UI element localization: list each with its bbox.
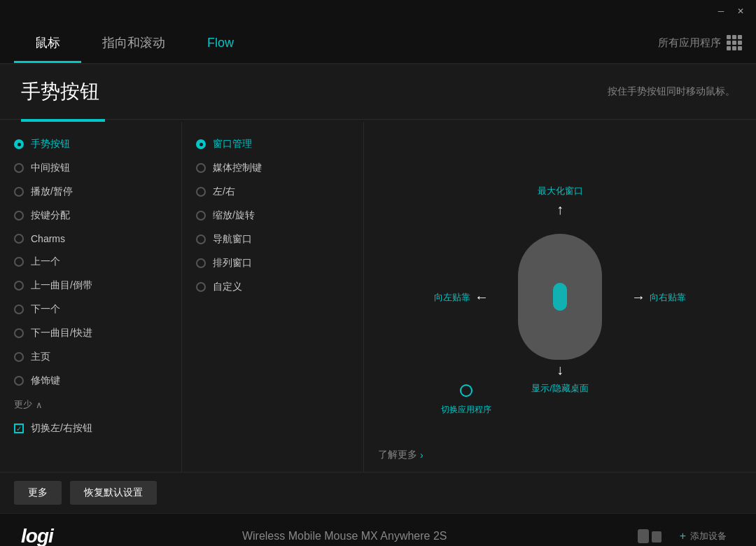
radio-next-track — [14, 328, 24, 338]
radio-gesture-btn — [14, 139, 24, 149]
switch-app-circle — [460, 384, 472, 397]
label-snap-right: → 向右贴靠 — [631, 289, 686, 305]
plus-icon: + — [680, 530, 686, 542]
radio-prev-track — [14, 281, 24, 290]
list-item-gesture-btn[interactable]: 手势按钮 — [0, 132, 181, 156]
radio-next — [14, 304, 24, 314]
arrow-left-icon: ← — [475, 289, 489, 305]
section-header: 手势按钮 按住手势按钮同时移动鼠标。 — [0, 64, 756, 120]
list-item-window-mgmt[interactable]: 窗口管理 — [182, 132, 363, 156]
radio-home — [14, 352, 24, 362]
nav-tabs: 鼠标 指向和滚动 Flow 所有应用程序 — [0, 22, 756, 64]
checkbox-switch-buttons[interactable]: 切换左/右按钮 — [0, 416, 181, 440]
radio-custom — [196, 282, 206, 292]
radio-middle-btn — [14, 163, 24, 173]
checkbox-icon — [14, 424, 24, 433]
radio-play-pause — [14, 187, 24, 197]
more-button[interactable]: 更多 — [14, 481, 62, 505]
section-title: 手势按钮 — [21, 78, 99, 105]
radio-key-assign — [14, 211, 24, 220]
list-item-prev-track[interactable]: 上一曲目/倒带 — [0, 274, 181, 298]
list-item-charms[interactable]: Charms — [0, 227, 181, 250]
list-item-play-pause[interactable]: 播放/暂停 — [0, 180, 181, 204]
learn-more-link[interactable]: 了解更多 › — [378, 449, 424, 461]
arrow-right-icon: → — [631, 289, 645, 305]
titlebar: ─ ✕ — [0, 0, 756, 22]
svg-rect-1 — [652, 531, 662, 542]
app-footer: logi Wireless Mobile Mouse MX Anywhere 2… — [0, 513, 756, 546]
mouse-body — [518, 234, 602, 360]
device-name: Wireless Mobile Mouse MX Anywhere 2S — [53, 530, 636, 542]
radio-prev — [14, 257, 24, 267]
footer-right: + 添加设备 — [636, 526, 735, 547]
label-show-desktop: ↓ 显示/隐藏桌面 — [531, 362, 589, 395]
radio-nav-window — [196, 234, 206, 244]
arrow-down-icon: ↓ — [556, 362, 564, 378]
close-button[interactable]: ✕ — [731, 1, 750, 21]
list-item-zoom-rotate[interactable]: 缩放/旋转 — [182, 204, 363, 227]
logi-logo: logi — [21, 525, 53, 547]
all-apps-button[interactable]: 所有应用程序 — [658, 35, 742, 50]
add-device-button[interactable]: + 添加设备 — [671, 526, 735, 547]
middle-panel: 窗口管理 媒体控制键 左/右 缩放/旋转 导航窗口 排列窗口 自定义 — [182, 122, 364, 472]
mouse-scroll-wheel — [553, 283, 567, 311]
arrow-up-icon: ↑ — [556, 202, 564, 218]
tab-flow[interactable]: Flow — [186, 22, 255, 63]
radio-modifier — [14, 376, 24, 386]
list-item-next-track[interactable]: 下一曲目/快进 — [0, 321, 181, 345]
list-item-prev[interactable]: 上一个 — [0, 250, 181, 274]
left-panel: 手势按钮 中间按钮 播放/暂停 按键分配 Charms 上一个 上一曲目/倒带 — [0, 122, 182, 472]
radio-arrange-window — [196, 258, 206, 268]
list-item-key-assign[interactable]: 按键分配 — [0, 204, 181, 227]
less-button[interactable]: 更少 ∧ — [0, 393, 181, 416]
list-item-media-keys[interactable]: 媒体控制键 — [182, 156, 363, 180]
section-description: 按住手势按钮同时移动鼠标。 — [608, 85, 735, 98]
right-panel: 最大化窗口 ↑ 向左贴靠 ← → 向右贴靠 ↓ 显示/隐藏桌面 — [364, 122, 756, 472]
list-item-custom[interactable]: 自定义 — [182, 275, 363, 299]
radio-left-right — [196, 187, 206, 197]
tab-pointer[interactable]: 指向和滚动 — [81, 22, 186, 63]
minimize-button[interactable]: ─ — [711, 1, 731, 21]
list-item-nav-window[interactable]: 导航窗口 — [182, 227, 363, 251]
list-item-arrange-window[interactable]: 排列窗口 — [182, 251, 363, 275]
radio-window-mgmt — [196, 139, 206, 149]
footer-area: 更多 恢复默认设置 — [0, 472, 756, 513]
chevron-up-icon: ∧ — [36, 400, 43, 410]
label-switch-app: 切换应用程序 — [441, 384, 491, 416]
reset-button[interactable]: 恢复默认设置 — [70, 481, 157, 505]
radio-charms — [14, 234, 24, 244]
svg-rect-0 — [638, 529, 649, 543]
list-item-next[interactable]: 下一个 — [0, 298, 181, 321]
list-item-modifier[interactable]: 修饰键 — [0, 369, 181, 393]
content-area: 手势按钮 中间按钮 播放/暂停 按键分配 Charms 上一个 上一曲目/倒带 — [0, 122, 756, 472]
label-maximize: 最大化窗口 ↑ — [538, 185, 583, 218]
radio-zoom-rotate — [196, 211, 206, 220]
label-snap-left: 向左贴靠 ← — [434, 289, 489, 305]
grid-icon — [727, 35, 742, 50]
mouse-diagram: 最大化窗口 ↑ 向左贴靠 ← → 向右贴靠 ↓ 显示/隐藏桌面 — [427, 171, 693, 423]
list-item-home[interactable]: 主页 — [0, 345, 181, 369]
list-item-left-right[interactable]: 左/右 — [182, 180, 363, 204]
chevron-right-icon: › — [420, 449, 424, 461]
device-icon — [636, 526, 664, 547]
radio-media-keys — [196, 163, 206, 173]
tab-mouse[interactable]: 鼠标 — [14, 22, 81, 63]
list-item-middle-btn[interactable]: 中间按钮 — [0, 156, 181, 180]
